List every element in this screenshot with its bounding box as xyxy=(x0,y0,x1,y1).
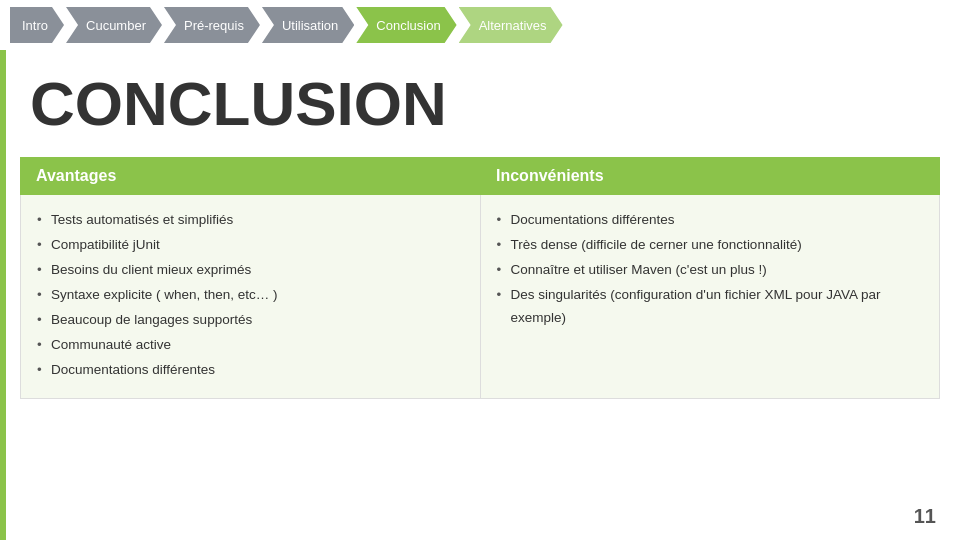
list-item: Compatibilité jUnit xyxy=(37,234,464,257)
breadcrumb-nav: IntroCucumberPré-requisUtilisationConclu… xyxy=(0,0,960,50)
list-item: Beaucoup de langages supportés xyxy=(37,309,464,332)
nav-item-pré-requis[interactable]: Pré-requis xyxy=(164,7,260,43)
nav-item-intro[interactable]: Intro xyxy=(10,7,64,43)
nav-item-conclusion[interactable]: Conclusion xyxy=(356,7,456,43)
header-inconvenients: Inconvénients xyxy=(480,157,940,195)
left-accent xyxy=(0,50,6,540)
list-item: Très dense (difficile de cerner une fonc… xyxy=(497,234,924,257)
table-body: Tests automatisés et simplifiésCompatibi… xyxy=(20,195,940,399)
header-avantages: Avantages xyxy=(20,157,480,195)
page-number: 11 xyxy=(914,505,936,528)
table-header: Avantages Inconvénients xyxy=(20,157,940,195)
list-item: Besoins du client mieux exprimés xyxy=(37,259,464,282)
inconvenients-list: Documentations différentesTrès dense (di… xyxy=(497,209,924,330)
avantages-list: Tests automatisés et simplifiésCompatibi… xyxy=(37,209,464,382)
list-item: Documentations différentes xyxy=(37,359,464,382)
nav-item-utilisation[interactable]: Utilisation xyxy=(262,7,354,43)
list-item: Syntaxe explicite ( when, then, etc… ) xyxy=(37,284,464,307)
list-item: Connaître et utiliser Maven (c'est un pl… xyxy=(497,259,924,282)
list-item: Documentations différentes xyxy=(497,209,924,232)
list-item: Communauté active xyxy=(37,334,464,357)
list-item: Tests automatisés et simplifiés xyxy=(37,209,464,232)
page-title: CONCLUSION xyxy=(30,68,960,139)
avantages-col: Tests automatisés et simplifiésCompatibi… xyxy=(21,195,481,398)
list-item: Des singularités (configuration d'un fic… xyxy=(497,284,924,330)
comparison-table: Avantages Inconvénients Tests automatisé… xyxy=(20,157,940,399)
nav-item-alternatives[interactable]: Alternatives xyxy=(459,7,563,43)
inconvenients-col: Documentations différentesTrès dense (di… xyxy=(481,195,940,398)
nav-item-cucumber[interactable]: Cucumber xyxy=(66,7,162,43)
